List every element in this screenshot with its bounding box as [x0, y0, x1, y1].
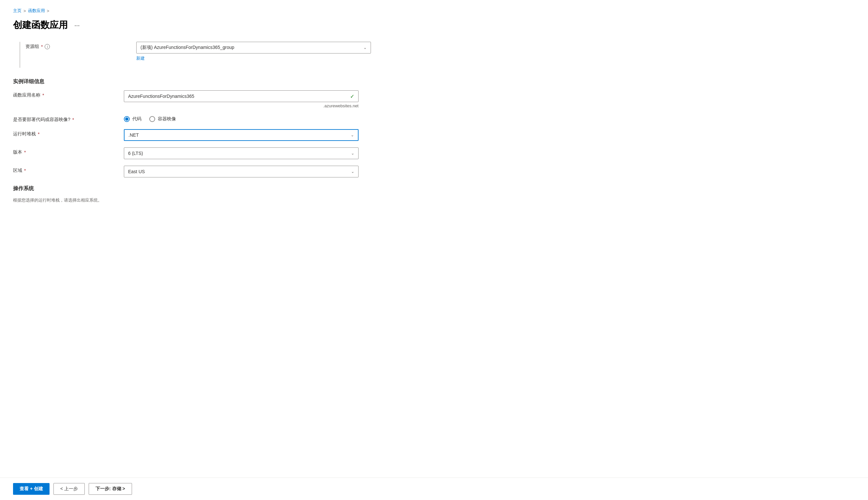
vertical-line [20, 42, 20, 68]
region-dropdown[interactable]: East US ⌄ [124, 166, 359, 178]
required-star-3: * [72, 117, 74, 122]
region-label: 区域 * [13, 166, 124, 173]
required-star-5: * [24, 150, 26, 155]
check-icon: ✓ [350, 93, 354, 100]
chevron-down-icon-2: ⌄ [351, 133, 354, 137]
resource-group-label: 资源组 * i [25, 42, 136, 49]
required-star: * [41, 44, 43, 49]
chevron-down-icon-3: ⌄ [351, 151, 354, 156]
function-app-name-input[interactable]: AzureFunctionsForDynamics365 ✓ [124, 90, 359, 102]
chevron-down-icon: ⌄ [363, 45, 367, 50]
resource-group-dropdown[interactable]: (新项) AzureFunctionsForDynamics365_group … [136, 42, 371, 54]
new-resource-group-link[interactable]: 新建 [136, 55, 145, 61]
required-star-2: * [43, 93, 44, 98]
version-control: 6 (LTS) ⌄ [124, 147, 359, 159]
os-section-note: 根据您选择的运行时堆栈，请选择出相应系统。 [13, 197, 443, 203]
version-label: 版本 * [13, 147, 124, 155]
radio-container[interactable]: 容器映像 [149, 116, 176, 122]
radio-code-label: 代码 [132, 116, 141, 122]
required-star-6: * [24, 168, 26, 173]
os-section-title: 操作系统 [13, 185, 443, 192]
radio-container-label: 容器映像 [158, 116, 176, 122]
info-icon[interactable]: i [45, 44, 50, 49]
instance-section-title: 实例详细信息 [13, 78, 443, 85]
radio-code-circle [124, 116, 130, 122]
runtime-stack-control: .NET ⌄ [124, 129, 359, 141]
runtime-stack-label: 运行时堆栈 * [13, 129, 124, 137]
breadcrumb: 主页 > 函数应用 > [13, 8, 443, 14]
azure-suffix: .azurewebsites.net [124, 103, 359, 108]
breadcrumb-sep1: > [23, 9, 26, 13]
page-title: 创建函数应用 [13, 19, 68, 31]
function-app-name-label: 函数应用名称 * [13, 90, 124, 98]
breadcrumb-sep2: > [47, 9, 49, 13]
runtime-stack-dropdown[interactable]: .NET ⌄ [124, 129, 359, 141]
radio-code-inner [125, 117, 128, 121]
deploy-type-control: 代码 容器映像 [124, 115, 359, 122]
radio-code[interactable]: 代码 [124, 116, 141, 122]
ellipsis-button[interactable]: ··· [72, 20, 82, 30]
radio-container-circle [149, 116, 155, 122]
required-star-4: * [38, 132, 39, 137]
deploy-type-label: 是否要部署代码或容器映像? * [13, 115, 124, 123]
resource-group-control: (新项) AzureFunctionsForDynamics365_group … [136, 42, 371, 61]
function-app-name-control: AzureFunctionsForDynamics365 ✓ .azureweb… [124, 90, 359, 108]
breadcrumb-home[interactable]: 主页 [13, 8, 22, 14]
deploy-type-radio-group: 代码 容器映像 [124, 115, 359, 122]
version-dropdown[interactable]: 6 (LTS) ⌄ [124, 147, 359, 159]
chevron-down-icon-4: ⌄ [351, 169, 354, 174]
breadcrumb-functions[interactable]: 函数应用 [28, 8, 45, 14]
region-control: East US ⌄ [124, 166, 359, 178]
